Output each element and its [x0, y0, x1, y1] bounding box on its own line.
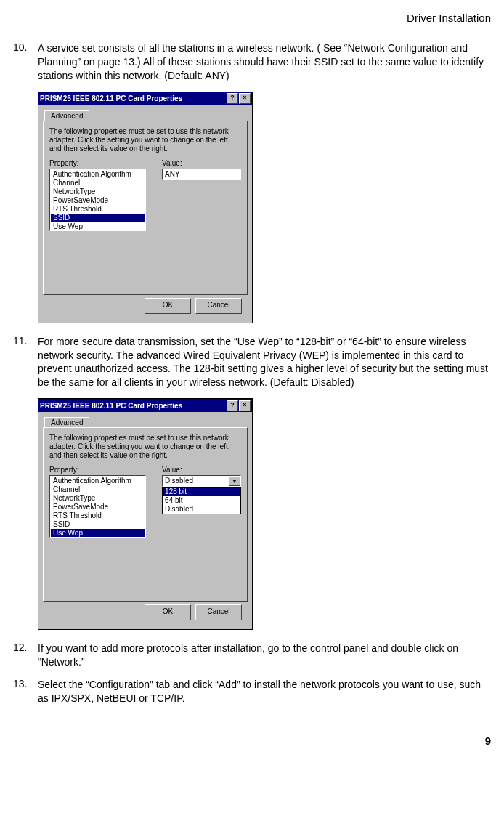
dialog-hint: The following properties must be set to … — [49, 434, 241, 460]
value-label: Value: — [162, 159, 241, 167]
close-button[interactable]: × — [239, 400, 251, 411]
step-number-12: 12. — [13, 642, 32, 669]
value-textbox[interactable]: ANY — [162, 169, 241, 180]
tab-advanced[interactable]: Advanced — [44, 110, 89, 121]
list-item-selected[interactable]: Use Wep — [51, 529, 145, 538]
value-label: Value: — [162, 466, 241, 474]
ok-button[interactable]: OK — [145, 298, 191, 314]
page-number: 9 — [13, 735, 491, 747]
tab-advanced[interactable]: Advanced — [44, 417, 89, 428]
property-label: Property: — [49, 466, 146, 474]
list-item[interactable]: Authentication Algorithm — [51, 170, 145, 179]
list-item[interactable]: SSID — [51, 520, 145, 529]
screenshot-ssid-dialog: PRISM25 IEEE 802.11 PC Card Properties ?… — [38, 92, 491, 323]
page-header: Driver Installation — [13, 12, 491, 24]
list-item[interactable]: Channel — [51, 485, 145, 494]
step-text-13: Select the “Configuration” tab and click… — [38, 678, 491, 705]
dialog-titlebar[interactable]: PRISM25 IEEE 802.11 PC Card Properties ?… — [38, 399, 252, 412]
chevron-down-icon[interactable]: ▼ — [229, 476, 240, 486]
close-button[interactable]: × — [239, 93, 251, 104]
property-listbox[interactable]: Authentication Algorithm Channel Network… — [49, 475, 146, 538]
list-item[interactable]: NetworkType — [51, 494, 145, 503]
help-button[interactable]: ? — [227, 400, 238, 411]
list-item[interactable]: PowerSaveMode — [51, 503, 145, 511]
ok-button[interactable]: OK — [145, 604, 191, 620]
screenshot-usewep-dialog: PRISM25 IEEE 802.11 PC Card Properties ?… — [38, 398, 491, 630]
list-item[interactable]: Channel — [51, 179, 145, 187]
list-item[interactable]: RTS Threshold — [51, 205, 145, 214]
combobox-dropdown[interactable]: 128 bit 64 bit Disabled — [162, 487, 241, 514]
value-combobox[interactable]: Disabled ▼ — [162, 475, 241, 487]
list-item[interactable]: Use Wep — [51, 222, 145, 231]
step-text-12: If you want to add more protocols after … — [38, 642, 491, 669]
combobox-value: Disabled — [163, 476, 229, 486]
list-item[interactable]: PowerSaveMode — [51, 196, 145, 205]
list-item-selected[interactable]: SSID — [51, 214, 145, 222]
step-number-13: 13. — [13, 678, 32, 705]
list-item[interactable]: Authentication Algorithm — [51, 477, 145, 485]
dialog-title: PRISM25 IEEE 802.11 PC Card Properties — [40, 402, 182, 410]
dropdown-option[interactable]: Disabled — [163, 505, 240, 514]
help-button[interactable]: ? — [227, 93, 238, 104]
list-item[interactable]: RTS Threshold — [51, 511, 145, 520]
list-item[interactable]: NetworkType — [51, 187, 145, 196]
dropdown-option[interactable]: 64 bit — [163, 496, 240, 505]
dropdown-option-selected[interactable]: 128 bit — [163, 488, 240, 496]
dialog-titlebar[interactable]: PRISM25 IEEE 802.11 PC Card Properties ?… — [38, 92, 252, 105]
property-listbox[interactable]: Authentication Algorithm Channel Network… — [49, 169, 146, 231]
dialog-title: PRISM25 IEEE 802.11 PC Card Properties — [40, 94, 182, 102]
dialog-hint: The following properties must be set to … — [49, 127, 241, 153]
cancel-button[interactable]: Cancel — [195, 298, 242, 314]
step-number-10: 10. — [13, 41, 32, 83]
property-label: Property: — [49, 159, 146, 167]
step-text-10: A service set consists of all the statio… — [38, 41, 491, 83]
step-text-11: For more secure data transmission, set t… — [38, 335, 491, 390]
cancel-button[interactable]: Cancel — [195, 604, 242, 620]
step-number-11: 11. — [13, 335, 32, 390]
